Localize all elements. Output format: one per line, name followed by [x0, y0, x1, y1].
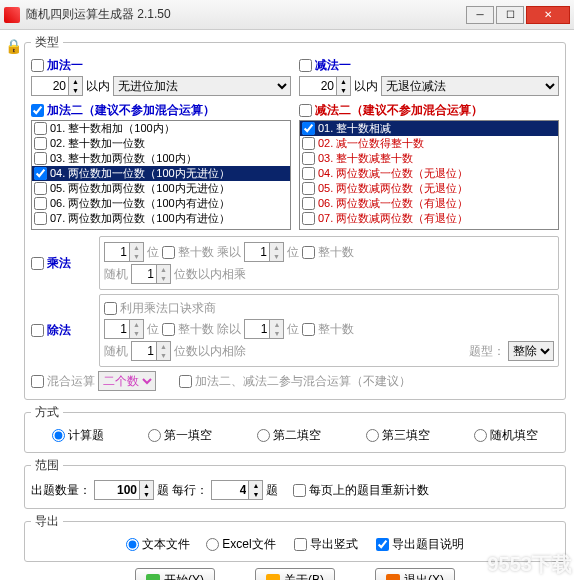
mode-radio-3[interactable]: 第三填空	[366, 427, 430, 444]
mode-group: 方式 计算题 第一填空 第二填空 第三填空 随机填空	[24, 404, 566, 453]
app-icon	[4, 7, 20, 23]
sub2-check[interactable]: 减法二（建议不参加混合运算）	[299, 102, 483, 119]
div-d3[interactable]: ▲▼	[131, 341, 171, 361]
type-legend: 类型	[31, 34, 63, 51]
list-item[interactable]: 04. 两位数加一位数（100内无进位）	[32, 166, 290, 181]
add2-listbox[interactable]: 01. 整十数相加（100内）02. 整十数加一位数03. 整十数加两位数（10…	[31, 120, 291, 230]
sub2-listbox[interactable]: 01. 整十数相减02. 减一位数得整十数03. 整十数减整十数04. 两位数减…	[299, 120, 559, 230]
list-item[interactable]: 07. 两位数减两位数（有退位）	[300, 211, 558, 226]
list-item[interactable]: 06. 两位数加一位数（100内有进位）	[32, 196, 290, 211]
play-icon	[146, 574, 160, 581]
sidebar: 🔒	[4, 34, 22, 54]
minimize-button[interactable]: ─	[466, 6, 494, 24]
sub1-spin[interactable]: ▲▼	[299, 76, 351, 96]
list-item[interactable]: 06. 两位数减一位数（有退位）	[300, 196, 558, 211]
list-item[interactable]: 05. 两位数减两位数（无退位）	[300, 181, 558, 196]
mode-radio-0[interactable]: 计算题	[52, 427, 104, 444]
list-item[interactable]: 02. 整十数加一位数	[32, 136, 290, 151]
list-item[interactable]: 03. 整十数加两位数（100内）	[32, 151, 290, 166]
exit-button[interactable]: 退出(X)	[375, 568, 455, 580]
about-button[interactable]: 关于(B)	[255, 568, 335, 580]
mul-v1[interactable]: ▲▼	[104, 242, 144, 262]
mode-radio-4[interactable]: 随机填空	[474, 427, 538, 444]
export-desc-check[interactable]: 导出题目说明	[376, 536, 464, 553]
window-title: 随机四则运算生成器 2.1.50	[26, 6, 464, 23]
sub1-check[interactable]: 减法一	[299, 57, 351, 74]
add1-spin[interactable]: ▲▼	[31, 76, 83, 96]
qty-spin[interactable]: ▲▼	[94, 480, 154, 500]
mode-radio-1[interactable]: 第一填空	[148, 427, 212, 444]
mode-radio-2[interactable]: 第二填空	[257, 427, 321, 444]
mul-v3[interactable]: ▲▼	[131, 264, 171, 284]
start-button[interactable]: 开始(Y)	[135, 568, 215, 580]
div-type-select[interactable]: 整除	[508, 341, 554, 361]
mix-cb2[interactable]: 加法二、减法二参与混合运算（不建议）	[179, 373, 411, 390]
info-icon	[266, 574, 280, 581]
maximize-button[interactable]: ☐	[496, 6, 524, 24]
add2-check[interactable]: 加法二（建议不参加混合运算）	[31, 102, 215, 119]
list-item[interactable]: 04. 两位数减一位数（无退位）	[300, 166, 558, 181]
mix-check[interactable]: 混合运算	[31, 373, 95, 390]
div-d2[interactable]: ▲▼	[244, 319, 284, 339]
list-item[interactable]: 07. 两位数加两位数（100内有进位）	[32, 211, 290, 226]
list-item[interactable]: 01. 整十数相加（100内）	[32, 121, 290, 136]
renumber-check[interactable]: 每页上的题目重新计数	[293, 482, 429, 499]
export-vertical-check[interactable]: 导出竖式	[294, 536, 358, 553]
range-group: 范围 出题数量： ▲▼ 题 每行： ▲▼ 题 每页上的题目重新计数	[24, 457, 566, 509]
list-item[interactable]: 02. 减一位数得整十数	[300, 136, 558, 151]
list-item[interactable]: 03. 整十数减整十数	[300, 151, 558, 166]
sub1-select[interactable]: 无退位减法	[381, 76, 559, 96]
perline-spin[interactable]: ▲▼	[211, 480, 263, 500]
list-item[interactable]: 05. 两位数加两位数（100内无进位）	[32, 181, 290, 196]
close-button[interactable]: ✕	[526, 6, 570, 24]
mul-check[interactable]: 乘法	[31, 255, 71, 272]
export-group: 导出 文本文件 Excel文件 导出竖式 导出题目说明	[24, 513, 566, 562]
type-group: 类型 加法一 ▲▼ 以内 无进位加法 减法一	[24, 34, 566, 400]
div-check[interactable]: 除法	[31, 322, 71, 339]
div-d1[interactable]: ▲▼	[104, 319, 144, 339]
lock-icon: 🔒	[5, 38, 22, 54]
export-radio-0[interactable]: 文本文件	[126, 536, 190, 553]
add1-check[interactable]: 加法一	[31, 57, 83, 74]
add1-select[interactable]: 无进位加法	[113, 76, 291, 96]
mix-select[interactable]: 二个数	[98, 371, 156, 391]
exit-icon	[386, 574, 400, 581]
list-item[interactable]: 01. 整十数相减	[300, 121, 558, 136]
titlebar: 随机四则运算生成器 2.1.50 ─ ☐ ✕	[0, 0, 574, 30]
export-radio-1[interactable]: Excel文件	[206, 536, 275, 553]
mul-v2[interactable]: ▲▼	[244, 242, 284, 262]
